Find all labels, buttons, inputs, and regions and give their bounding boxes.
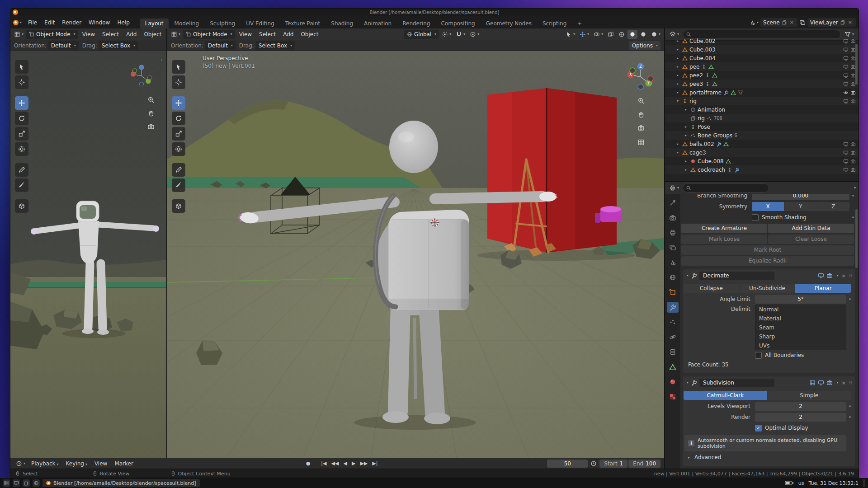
zoom-icon[interactable] bbox=[146, 94, 156, 105]
render-levels-slider[interactable]: 2 bbox=[755, 413, 846, 422]
outliner-row-cage3[interactable]: ▾cage3 bbox=[665, 148, 859, 157]
outliner-scrollbar[interactable] bbox=[855, 44, 858, 84]
tool-rotate[interactable] bbox=[15, 112, 28, 125]
navigation-gizmo[interactable] bbox=[128, 63, 155, 90]
symmetry-y-button[interactable]: Y bbox=[784, 202, 816, 211]
remove-view-layer-icon[interactable]: × bbox=[847, 19, 853, 25]
play-button[interactable]: ▶ bbox=[352, 460, 355, 466]
main-3d-scene[interactable] bbox=[167, 51, 664, 458]
levels-viewport-slider[interactable]: 2 bbox=[755, 402, 846, 411]
tool-measure[interactable] bbox=[15, 178, 28, 192]
keyboard-layout-indicator[interactable]: us bbox=[798, 480, 804, 486]
branch-smoothing-slider[interactable]: 0.000 bbox=[752, 194, 849, 200]
viewport-main[interactable]: ▾ Object Mode▾ View Select Add Object Gl… bbox=[167, 28, 664, 458]
snapping-magnet-icon[interactable]: ▾ bbox=[454, 31, 467, 38]
jump-to-end-button[interactable]: ▶| bbox=[372, 460, 377, 466]
window-titlebar[interactable]: Blender [/home/amalie/Desktop/blender/sp… bbox=[10, 9, 859, 16]
use-preview-range-icon[interactable] bbox=[589, 460, 599, 467]
prev-keyframe-button[interactable]: ◀◀ bbox=[331, 460, 339, 466]
orthographic-grid-icon[interactable] bbox=[636, 137, 646, 148]
outliner-editor[interactable]: ▾ ▾ ▸Cube.002 ▸Cube.003 ▸Cube.004 ▸pee ▸… bbox=[665, 28, 859, 182]
subdiv-catmull-clark-button[interactable]: Catmull-Clark bbox=[684, 391, 767, 400]
tool-scale[interactable] bbox=[172, 127, 185, 141]
hide-viewport-icon[interactable] bbox=[843, 47, 849, 52]
tool-scale[interactable] bbox=[15, 127, 28, 141]
options-dropdown[interactable]: Options▾ bbox=[629, 41, 660, 50]
hide-viewport-icon[interactable] bbox=[843, 56, 849, 61]
menu-help[interactable]: Help bbox=[113, 16, 133, 28]
delimit-uvs-option[interactable]: UVs bbox=[755, 341, 846, 350]
menu-playback[interactable]: Playback▾ bbox=[28, 460, 62, 467]
zoom-icon[interactable] bbox=[636, 95, 646, 106]
disable-render-icon[interactable] bbox=[850, 99, 856, 104]
outliner-row[interactable]: ▸pee3 bbox=[665, 80, 859, 88]
orientation-default-dropdown[interactable]: Default▾ bbox=[205, 41, 236, 50]
gizmos-dropdown[interactable]: ▾ bbox=[578, 31, 591, 38]
delimit-normal-option[interactable]: Normal bbox=[755, 305, 846, 314]
show-in-viewport-toggle[interactable] bbox=[818, 380, 824, 386]
show-desktop-button[interactable] bbox=[863, 479, 865, 487]
editor-type-button[interactable]: ▾ bbox=[169, 31, 182, 38]
tab-scene[interactable] bbox=[667, 257, 679, 268]
tool-transform[interactable] bbox=[172, 142, 185, 156]
frame-end-field[interactable]: End100 bbox=[628, 460, 660, 468]
outliner-row[interactable]: ▸balls.002 bbox=[665, 140, 859, 148]
tool-add-cube[interactable] bbox=[15, 199, 28, 213]
remove-modifier-icon[interactable]: × bbox=[840, 273, 846, 279]
workspace-tab-animation[interactable]: Animation bbox=[359, 19, 396, 28]
hide-viewport-icon[interactable] bbox=[843, 99, 849, 104]
next-keyframe-button[interactable]: ▶▶ bbox=[360, 460, 368, 466]
workspace-tab-modeling[interactable]: Modeling bbox=[170, 19, 204, 28]
all-boundaries-checkbox[interactable] bbox=[755, 352, 762, 359]
outliner-row[interactable]: ▸Cube.003 bbox=[665, 45, 859, 54]
launcher-terminal-icon[interactable] bbox=[13, 479, 20, 487]
outliner-row[interactable]: ▸Cube.008 bbox=[665, 157, 859, 165]
tool-move[interactable] bbox=[15, 96, 28, 110]
menu-marker[interactable]: Marker bbox=[111, 460, 136, 467]
frame-start-field[interactable]: Start1 bbox=[599, 460, 627, 468]
menu-timeline-view[interactable]: View bbox=[91, 460, 110, 467]
new-view-layer-icon[interactable] bbox=[840, 20, 845, 25]
optimal-display-checkbox[interactable]: ✓ bbox=[755, 425, 762, 432]
modifier-extras-icon[interactable]: ▾ bbox=[836, 274, 838, 277]
hide-viewport-icon[interactable] bbox=[843, 141, 849, 147]
show-in-render-toggle[interactable] bbox=[826, 272, 833, 279]
camera-view-icon[interactable] bbox=[636, 122, 646, 133]
outliner-editor-type-button[interactable]: ▾ bbox=[668, 31, 681, 38]
xray-toggle[interactable] bbox=[606, 31, 616, 38]
menu-view[interactable]: View bbox=[79, 31, 98, 38]
tool-cursor[interactable] bbox=[15, 75, 28, 89]
drag-dropdown[interactable]: Select Box▾ bbox=[256, 41, 295, 50]
menu-add[interactable]: Add bbox=[123, 31, 140, 38]
timeline-editor-type-button[interactable]: ▾ bbox=[14, 460, 27, 467]
drag-grip-icon[interactable]: ⠿ bbox=[849, 273, 853, 278]
collapse-chevron-icon[interactable]: ▾ bbox=[687, 381, 689, 385]
tool-rotate[interactable] bbox=[172, 112, 185, 125]
symmetry-z-button[interactable]: Z bbox=[817, 202, 849, 211]
tool-annotate[interactable] bbox=[172, 163, 185, 177]
hide-viewport-icon[interactable] bbox=[843, 64, 849, 70]
workspace-tab-geometry-nodes[interactable]: Geometry Nodes bbox=[481, 19, 537, 28]
shading-solid-toggle[interactable] bbox=[627, 30, 637, 39]
view-layer-field[interactable]: ViewLayer × bbox=[807, 18, 856, 27]
tab-render[interactable] bbox=[667, 212, 679, 223]
remove-modifier-icon[interactable]: × bbox=[840, 380, 846, 386]
mode-dropdown[interactable]: Object Mode▾ bbox=[183, 30, 235, 39]
subdivision-panel-header[interactable]: ▾ Subdivision ▾ × ⠿ bbox=[683, 376, 855, 389]
workspace-tab-sculpting[interactable]: Sculpting bbox=[205, 19, 240, 28]
shading-wireframe-toggle[interactable] bbox=[617, 31, 627, 38]
properties-scrollbar[interactable] bbox=[855, 209, 858, 268]
angle-limit-slider[interactable]: 5° bbox=[755, 295, 846, 304]
collapse-chevron-icon[interactable]: ▾ bbox=[687, 274, 689, 277]
tab-material[interactable] bbox=[667, 376, 679, 387]
menu-select[interactable]: Select bbox=[99, 31, 122, 38]
outliner-row[interactable]: ▸cockroach bbox=[665, 165, 859, 174]
menu-keying[interactable]: Keying▾ bbox=[63, 460, 90, 467]
transform-pivot-dropdown[interactable]: ▾ bbox=[440, 31, 453, 38]
tab-world[interactable] bbox=[667, 272, 679, 283]
hide-viewport-icon[interactable] bbox=[843, 38, 849, 44]
outliner-row[interactable]: ▸Pose bbox=[665, 122, 859, 131]
tool-select-box[interactable] bbox=[15, 60, 28, 74]
tab-output[interactable] bbox=[667, 227, 679, 238]
outliner-row[interactable]: ▸pee2 bbox=[665, 71, 859, 80]
